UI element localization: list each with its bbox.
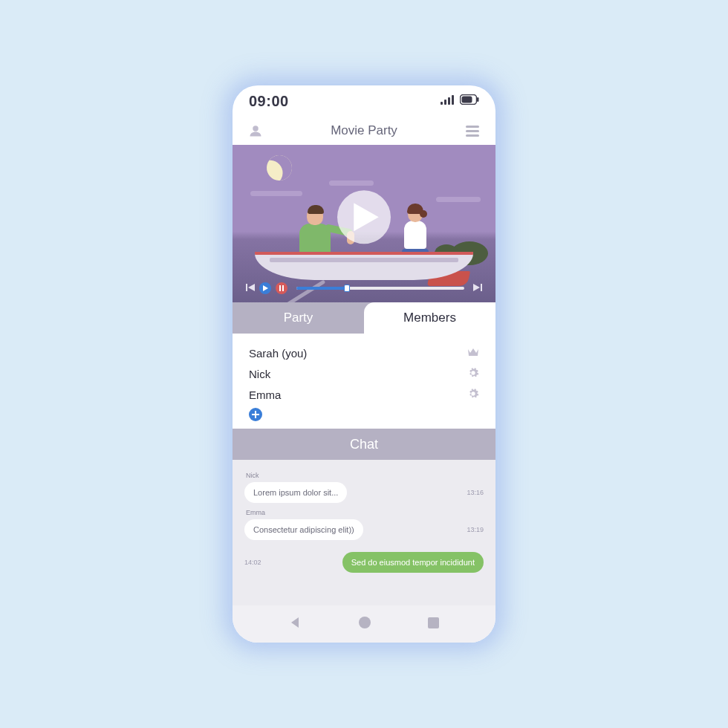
crown-icon xyxy=(467,347,479,360)
svg-rect-2 xyxy=(448,97,450,105)
svg-rect-15 xyxy=(428,617,439,628)
play-button[interactable] xyxy=(259,282,271,294)
chat-time: 13:19 xyxy=(467,526,484,533)
tabs: Party Members xyxy=(233,302,495,334)
members-list: Sarah (you) Nick Emma xyxy=(233,334,495,429)
svg-rect-3 xyxy=(452,95,454,105)
skip-previous-icon[interactable] xyxy=(246,282,255,295)
chat-area[interactable]: Nick Lorem ipsum dolor sit... 13:16 Emma… xyxy=(233,460,495,605)
add-member-button[interactable] xyxy=(249,408,262,421)
svg-rect-8 xyxy=(246,284,247,291)
video-player xyxy=(233,145,495,302)
chat-time: 13:16 xyxy=(467,489,484,496)
skip-next-icon[interactable] xyxy=(473,282,482,295)
profile-icon[interactable] xyxy=(249,124,262,137)
tab-party[interactable]: Party xyxy=(233,302,364,334)
video-controls xyxy=(246,282,482,295)
svg-rect-0 xyxy=(441,102,443,105)
chat-bubble: Lorem ipsum dolor sit... xyxy=(244,482,347,503)
gear-icon[interactable] xyxy=(467,367,479,381)
menu-icon[interactable] xyxy=(466,126,479,137)
nav-back-icon[interactable] xyxy=(289,617,301,631)
status-icons xyxy=(441,94,479,108)
signal-icon xyxy=(441,94,454,108)
svg-point-7 xyxy=(253,126,259,131)
member-name: Emma xyxy=(249,389,281,401)
battery-icon xyxy=(460,94,479,108)
android-navbar xyxy=(233,605,495,643)
chat-header: Chat xyxy=(233,429,495,460)
progress-bar[interactable] xyxy=(296,287,464,290)
svg-rect-1 xyxy=(444,100,446,105)
member-row: Sarah (you) xyxy=(249,342,479,363)
member-name: Nick xyxy=(249,368,270,380)
status-time: 09:00 xyxy=(249,93,289,110)
play-overlay-button[interactable] xyxy=(337,190,391,244)
member-row: Nick xyxy=(249,363,479,384)
svg-rect-9 xyxy=(279,285,281,291)
tab-members[interactable]: Members xyxy=(364,302,495,334)
gear-icon[interactable] xyxy=(467,388,479,402)
svg-rect-6 xyxy=(477,97,479,102)
chat-message-outgoing: Sed do eiusmod tempor incididunt 14:02 xyxy=(244,552,484,573)
chat-message: Consectetur adipiscing elit)) 13:19 xyxy=(244,519,484,540)
chat-sender: Emma xyxy=(246,509,484,516)
member-row: Emma xyxy=(249,384,479,405)
pause-button[interactable] xyxy=(276,282,287,294)
svg-rect-10 xyxy=(282,285,284,291)
chat-sender: Nick xyxy=(246,472,484,479)
page-title: Movie Party xyxy=(331,123,397,138)
chat-message: Lorem ipsum dolor sit... 13:16 xyxy=(244,482,484,503)
chat-bubble-outgoing: Sed do eiusmod tempor incididunt xyxy=(342,552,484,573)
member-name: Sarah (you) xyxy=(249,347,307,360)
phone-frame: 09:00 Movie Party xyxy=(233,85,495,643)
svg-rect-11 xyxy=(481,284,482,291)
status-bar: 09:00 xyxy=(233,85,495,117)
boat-illustration xyxy=(255,243,473,280)
nav-recents-icon[interactable] xyxy=(428,617,439,631)
chat-bubble: Consectetur adipiscing elit)) xyxy=(244,519,363,540)
nav-home-icon[interactable] xyxy=(358,616,371,632)
svg-point-14 xyxy=(359,617,371,628)
chat-time: 14:02 xyxy=(244,559,261,566)
app-header: Movie Party xyxy=(233,117,495,145)
svg-rect-5 xyxy=(462,97,472,103)
